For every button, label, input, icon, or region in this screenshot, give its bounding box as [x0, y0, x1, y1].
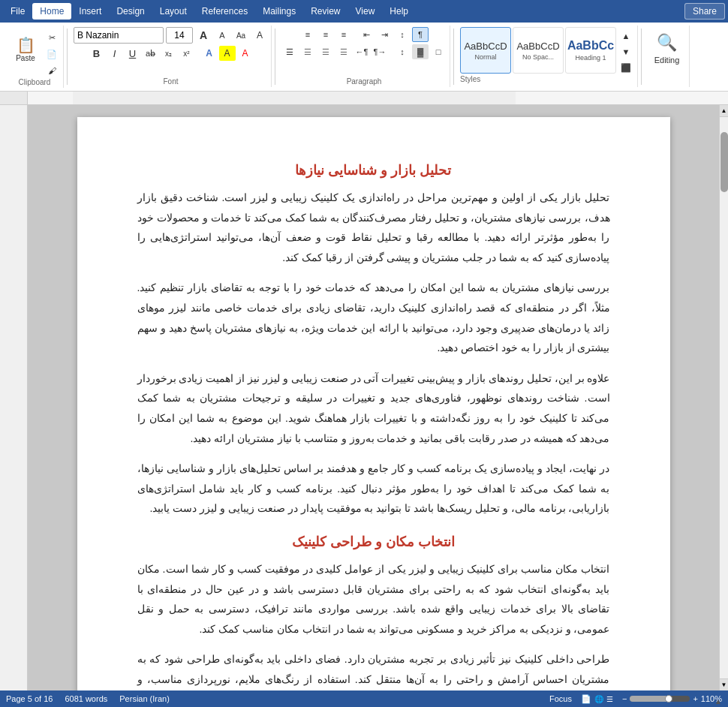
scroll-down-button[interactable]: ▼	[720, 678, 729, 690]
change-case-button[interactable]: Aa	[233, 28, 249, 43]
style-normal[interactable]: AaBbCcD Normal	[460, 27, 511, 74]
editing-mode-label: Editing	[654, 56, 680, 65]
text-effects-button[interactable]: A	[201, 46, 218, 61]
ruler: for(let i=0;i<20;i++){ document.write(''…	[0, 92, 728, 105]
bullets-button[interactable]: ≡	[299, 27, 316, 42]
ruler-sidebar	[0, 92, 28, 104]
styles-group: AaBbCcD Normal AaBbCcD No Spac... AaBbCc…	[457, 26, 638, 87]
paste-button[interactable]: 📋 Paste	[9, 27, 42, 72]
section2-para1: انتخاب مکان مناسب برای کلینیک زیبایی و ل…	[137, 559, 610, 639]
style-nospace[interactable]: AaBbCcD No Spac...	[513, 27, 564, 74]
page-scroll-area[interactable]: تحلیل بازار و شناسایی نیازها تحلیل بازار…	[28, 105, 719, 690]
view-outline-icon[interactable]: ☰	[606, 695, 613, 703]
bold-button[interactable]: B	[89, 46, 105, 61]
editing-group: 🔍 Editing e	[645, 26, 690, 87]
format-painter-button[interactable]: 🖌	[44, 63, 60, 78]
strikethrough-button[interactable]: ab̶	[143, 46, 159, 61]
section2-para2: طراحی داخلی کلینیک نیز تأثیر زیادی بر تج…	[137, 649, 610, 690]
style-h1-label: Heading 1	[575, 54, 606, 62]
ruler-main: for(let i=0;i<20;i++){ document.write(''…	[28, 92, 728, 104]
zoom-out-button[interactable]: −	[622, 694, 627, 703]
font-name-input[interactable]	[74, 27, 164, 44]
multilevel-list-button[interactable]: ≡	[335, 27, 352, 42]
menu-help[interactable]: Help	[382, 3, 416, 20]
font-color-button[interactable]: A	[237, 46, 254, 61]
section1-para1: تحلیل بازار یکی از اولین و مهم‌ترین مراح…	[137, 188, 610, 267]
borders-button[interactable]: □	[430, 44, 447, 59]
ltr-button[interactable]: ¶→	[372, 44, 388, 59]
decrease-indent-button[interactable]: ⇤	[358, 27, 375, 42]
numbering-button[interactable]: ≡	[317, 27, 334, 42]
word-count: 6081 words	[65, 694, 107, 703]
section1-para4: در نهایت، ایجاد و پیاده‌سازی یک برنامه ک…	[137, 459, 610, 519]
italic-button[interactable]: I	[107, 46, 123, 61]
share-button[interactable]: Share	[684, 3, 725, 20]
section1-para2: بررسی نیازهای مشتریان به شما این امکان ر…	[137, 278, 610, 357]
shading-button[interactable]: ▓	[412, 44, 429, 59]
view-web-icon[interactable]: 🌐	[594, 695, 603, 703]
content-area: تحلیل بازار و شناسایی نیازها تحلیل بازار…	[0, 105, 728, 690]
zoom-slider[interactable]	[630, 696, 690, 702]
subscript-button[interactable]: x₂	[161, 46, 177, 61]
menu-layout[interactable]: Layout	[152, 3, 194, 20]
ribbon-collapse-button[interactable]: ▲	[714, 697, 722, 705]
main-window: File Home Insert Design Layout Reference…	[0, 0, 728, 707]
font-group: A A Aa A B I U ab̶ x₂ x² A A A Font	[71, 26, 272, 87]
style-heading1[interactable]: AaBbCc Heading 1	[565, 27, 616, 74]
language-indicator[interactable]: Persian (Iran)	[119, 694, 170, 703]
status-bar: Page 5 of 16 6081 words Persian (Iran) F…	[0, 690, 728, 707]
style-h1-preview: AaBbCc	[567, 39, 614, 53]
style-normal-label: Normal	[474, 53, 496, 61]
page-sidebar	[0, 105, 28, 690]
menu-references[interactable]: References	[194, 3, 255, 20]
paste-icon: 📋	[17, 38, 35, 53]
align-right-button[interactable]: ☰	[317, 44, 334, 59]
menu-view[interactable]: View	[348, 3, 383, 20]
scroll-thumb[interactable]	[720, 132, 728, 192]
show-marks-button[interactable]: ¶	[412, 27, 429, 42]
styles-expand[interactable]: ⬛	[618, 60, 634, 75]
menu-file[interactable]: File	[3, 3, 32, 20]
scroll-up-button[interactable]: ▲	[720, 105, 729, 117]
menu-review[interactable]: Review	[303, 3, 347, 20]
svg-rect-1	[73, 92, 516, 104]
zoom-in-button[interactable]: +	[693, 694, 697, 703]
page-info: Page 5 of 16	[6, 694, 53, 703]
clear-formatting-button[interactable]: A	[251, 28, 268, 43]
menu-mailings[interactable]: Mailings	[255, 3, 303, 20]
vertical-scrollbar[interactable]: ▲ ▼	[719, 105, 728, 690]
rtl-button[interactable]: ←¶	[353, 44, 370, 59]
grow-font-button[interactable]: A	[195, 28, 212, 43]
menu-home[interactable]: Home	[32, 3, 71, 20]
font-size-input[interactable]	[166, 27, 193, 44]
search-magnifier-icon[interactable]: 🔍	[657, 33, 677, 53]
superscript-button[interactable]: x²	[179, 46, 195, 61]
line-spacing-button[interactable]: ↕	[394, 44, 411, 59]
paragraph-group: ≡ ≡ ≡ ⇤ ⇥ ↕ ¶ ☰ ☰ ☰ ☰ ←¶ ¶→ ↕ ▓ □ P	[278, 26, 450, 87]
justify-button[interactable]: ☰	[335, 44, 352, 59]
shrink-font-button[interactable]: A	[214, 28, 230, 43]
highlight-color-button[interactable]: A	[219, 46, 236, 61]
styles-label: Styles	[460, 75, 480, 83]
increase-indent-button[interactable]: ⇥	[376, 27, 393, 42]
style-nospace-label: No Spac...	[522, 53, 554, 61]
center-button[interactable]: ☰	[299, 44, 316, 59]
view-print-icon[interactable]: 📄	[581, 694, 591, 704]
style-normal-preview: AaBbCcD	[464, 41, 507, 52]
menu-design[interactable]: Design	[109, 3, 152, 20]
cut-button[interactable]: ✂	[44, 30, 60, 45]
ribbon-toolbar: 📋 Paste ✂ 📄 🖌 Clipboard A A Aa A	[0, 23, 728, 92]
styles-scroll-down[interactable]: ▼	[618, 44, 634, 59]
underline-button[interactable]: U	[125, 46, 141, 61]
menu-insert[interactable]: Insert	[71, 3, 109, 20]
section1-para3: علاوه بر این، تحلیل روندهای بازار و پیش‌…	[137, 369, 610, 448]
copy-button[interactable]: 📄	[44, 47, 60, 62]
paragraph-label: Paragraph	[347, 77, 382, 86]
menu-bar: File Home Insert Design Layout Reference…	[0, 0, 728, 23]
align-left-button[interactable]: ☰	[281, 44, 298, 59]
style-nospace-preview: AaBbCcD	[516, 41, 559, 52]
sort-button[interactable]: ↕	[394, 27, 411, 42]
font-label: Font	[163, 77, 178, 86]
focus-button[interactable]: Focus	[549, 694, 572, 703]
styles-scroll-up[interactable]: ▲	[618, 29, 634, 44]
